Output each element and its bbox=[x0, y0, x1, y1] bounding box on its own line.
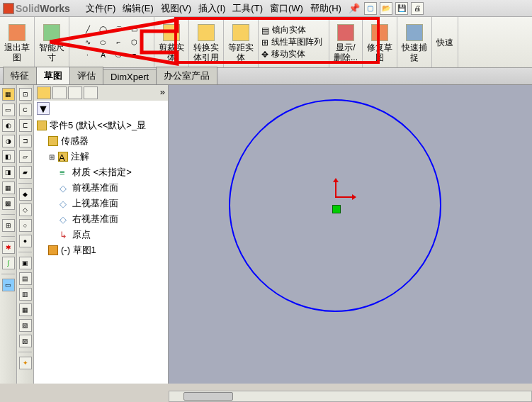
tree-item-material[interactable]: ≡ 材质 <未指定> bbox=[34, 164, 168, 180]
print-icon[interactable]: 🖨 bbox=[411, 2, 424, 15]
circle-tool-icon[interactable]: ◯ bbox=[97, 24, 110, 35]
feature-tree: 零件5 (默认<<默认>_显 传感器 ⊞ A 注解 ≡ 材质 <未指定> ◇ 前… bbox=[34, 116, 168, 259]
slot-tool-icon[interactable]: ⬭ bbox=[113, 50, 125, 61]
line-tool-icon[interactable]: ╱ bbox=[81, 24, 94, 35]
tool-icon[interactable]: ● bbox=[19, 235, 32, 247]
menu-window[interactable]: 窗口(W) bbox=[267, 1, 306, 16]
tree-tab-icon[interactable] bbox=[84, 86, 98, 99]
mirror-button[interactable]: ▤镜向实体 bbox=[261, 24, 306, 36]
tab-office[interactable]: 办公室产品 bbox=[156, 67, 217, 84]
tree-collapse-icon[interactable]: » bbox=[160, 86, 165, 99]
tab-features[interactable]: 特征 bbox=[3, 67, 37, 84]
tool-icon[interactable]: ▰ bbox=[19, 166, 32, 179]
menu-file[interactable]: 文件(F) bbox=[83, 1, 119, 16]
graphics-viewport[interactable] bbox=[169, 85, 532, 384]
horizontal-scrollbar[interactable] bbox=[169, 391, 532, 402]
tool-icon[interactable]: C bbox=[19, 104, 32, 116]
tree-item-sketch1[interactable]: (-) 草图1 bbox=[34, 242, 168, 258]
tab-sketch[interactable]: 草图 bbox=[36, 67, 70, 84]
menu-insert[interactable]: 插入(I) bbox=[196, 1, 228, 16]
tab-dimxpert[interactable]: DimXpert bbox=[103, 69, 157, 84]
tool-icon[interactable]: ▭ bbox=[2, 279, 15, 291]
tool-icon[interactable]: ○ bbox=[19, 219, 32, 232]
menu-pin-icon[interactable]: 📌 bbox=[346, 1, 363, 15]
tool-icon[interactable]: ◨ bbox=[2, 166, 15, 179]
tool-icon[interactable]: ✱ bbox=[2, 241, 15, 254]
open-icon[interactable]: 📂 bbox=[380, 2, 392, 15]
tree-item-top-plane[interactable]: ◇ 上视基准面 bbox=[34, 196, 168, 211]
point-tool-icon[interactable]: · bbox=[81, 50, 94, 61]
tool-icon[interactable]: ◐ bbox=[2, 119, 15, 132]
quick-button[interactable]: 快速 bbox=[436, 38, 453, 48]
tool-icon[interactable]: ▦ bbox=[2, 88, 15, 101]
tree-item-annotations[interactable]: ⊞ A 注解 bbox=[34, 149, 168, 164]
convert-button[interactable]: 转换实 体引用 bbox=[193, 23, 219, 62]
app-logo: SolidWorks bbox=[3, 3, 70, 14]
command-tabs: 特征 草图 评估 DimXpert 办公室产品 bbox=[0, 68, 532, 85]
tree-item-front-plane[interactable]: ◇ 前视基准面 bbox=[34, 180, 168, 196]
tool-icon[interactable]: ▥ bbox=[19, 288, 32, 301]
tool-icon[interactable]: ▱ bbox=[19, 150, 32, 163]
filter-icon[interactable]: ▼ bbox=[37, 102, 50, 115]
repair-button[interactable]: 修复草 图 bbox=[367, 23, 392, 62]
tree-tab-icon[interactable] bbox=[52, 86, 67, 99]
spline-tool-icon[interactable]: ∿ bbox=[81, 37, 94, 48]
left-toolbar-2: ⊡ C ⊏ ⊐ ▱ ▰ ◆ ◇ ○ ● ▣ ▤ ▥ ▦ ▧ ▨ ✦ bbox=[17, 85, 34, 384]
new-icon[interactable]: ▢ bbox=[364, 2, 377, 15]
tool-icon[interactable]: ▨ bbox=[19, 335, 32, 347]
menu-help[interactable]: 帮助(H) bbox=[307, 1, 344, 16]
scrollbar-thumb[interactable] bbox=[183, 392, 233, 401]
tool-icon[interactable]: ▭ bbox=[2, 104, 15, 116]
tool-icon[interactable]: ✦ bbox=[19, 357, 32, 369]
tool-icon[interactable]: ⊡ bbox=[19, 88, 32, 101]
tool-icon[interactable]: ∫ bbox=[2, 257, 15, 269]
offset-button[interactable]: 等距实 体 bbox=[228, 23, 254, 62]
menu-bar: 文件(F) 编辑(E) 视图(V) 插入(I) 工具(T) 窗口(W) 帮助(H… bbox=[77, 1, 426, 16]
poly-tool-icon[interactable]: ⬡ bbox=[128, 37, 141, 48]
tree-item-origin[interactable]: ↳ 原点 bbox=[34, 227, 168, 242]
show-delete-button[interactable]: 显示/ 删除... bbox=[334, 23, 358, 62]
rect-tool-icon[interactable]: ▭ bbox=[128, 24, 141, 35]
tool-icon[interactable]: ⊏ bbox=[19, 119, 32, 132]
tab-evaluate[interactable]: 评估 bbox=[69, 67, 103, 84]
tool-icon[interactable]: ⊐ bbox=[19, 135, 32, 147]
tool-icon[interactable]: ⊞ bbox=[2, 219, 15, 232]
plane-icon: ◇ bbox=[60, 214, 69, 224]
move-button[interactable]: ✥移动实体 bbox=[261, 48, 305, 60]
menu-view[interactable]: 视图(V) bbox=[158, 1, 194, 16]
tool-icon[interactable]: ▩ bbox=[2, 197, 15, 210]
tree-item-right-plane[interactable]: ◇ 右视基准面 bbox=[34, 211, 168, 227]
text-tool-icon[interactable]: A bbox=[97, 50, 110, 61]
menu-tools[interactable]: 工具(T) bbox=[230, 1, 266, 16]
tree-tab-icon[interactable] bbox=[68, 86, 82, 99]
tool-icon[interactable]: ▦ bbox=[19, 303, 32, 316]
tool-icon[interactable]: ▦ bbox=[2, 182, 15, 194]
pattern-button[interactable]: ⊞线性草图阵列 bbox=[261, 36, 322, 48]
menu-edit[interactable]: 编辑(E) bbox=[120, 1, 156, 16]
tool-icon[interactable]: ◑ bbox=[2, 135, 15, 147]
tool-icon[interactable]: ▧ bbox=[19, 319, 32, 332]
plane-icon: ◇ bbox=[60, 199, 69, 208]
tool-icon[interactable]: ◧ bbox=[2, 150, 15, 163]
tree-item-sensors[interactable]: 传感器 bbox=[34, 133, 168, 149]
fillet-tool-icon[interactable]: ⌐ bbox=[113, 37, 125, 48]
tree-tab-icon[interactable] bbox=[37, 86, 51, 99]
tree-root[interactable]: 零件5 (默认<<默认>_显 bbox=[34, 118, 168, 133]
expand-icon[interactable]: ⊞ bbox=[48, 153, 55, 161]
trim-button[interactable]: 剪裁实 体 bbox=[159, 23, 184, 62]
sketch-tools: ╱ ◯ ⌒ ▭ ∿ ⬭ ⌐ ⬡ · A ⬭ ▾ bbox=[79, 21, 145, 64]
tool-icon[interactable]: ◆ bbox=[19, 188, 32, 201]
arc-tool-icon[interactable]: ⌒ bbox=[113, 24, 125, 35]
sw-icon bbox=[3, 3, 14, 14]
offset-icon bbox=[232, 24, 249, 41]
exit-sketch-button[interactable]: 退出草 图 bbox=[4, 23, 30, 62]
tool-icon[interactable]: ▤ bbox=[19, 272, 32, 285]
y-axis-icon bbox=[335, 179, 336, 198]
save-icon[interactable]: 💾 bbox=[395, 2, 408, 15]
smart-dimension-button[interactable]: 智能尺 寸 bbox=[39, 23, 64, 62]
quick-snap-button[interactable]: 快速捕 捉 bbox=[402, 23, 427, 62]
tool-icon[interactable]: ◇ bbox=[19, 203, 32, 216]
tool-icon[interactable]: ▣ bbox=[19, 257, 32, 269]
more-tool-icon[interactable]: ▾ bbox=[128, 50, 141, 61]
ellipse-tool-icon[interactable]: ⬭ bbox=[97, 37, 110, 48]
